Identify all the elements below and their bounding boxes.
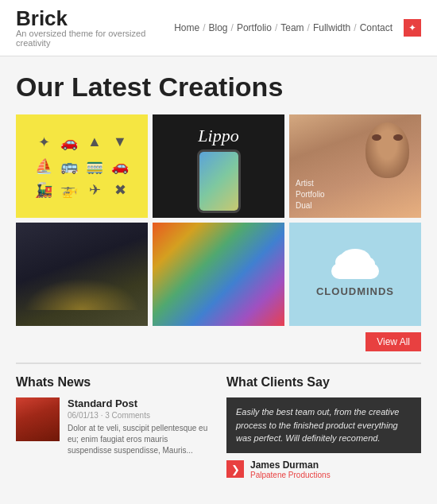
clients-section-title: What Clients Say [226, 375, 421, 390]
news-post-excerpt: Dolor at te veli, suscipit pellentesque … [68, 423, 211, 456]
figure-overlay: ArtistPortfolioDual [296, 178, 325, 211]
icon-helicopter: 🚁 [60, 181, 78, 199]
client-arrow-icon[interactable]: ❯ [226, 460, 244, 478]
whats-news-section: Whats News Standard Post 06/01/13 · 3 Co… [16, 375, 211, 479]
clients-say-section: What Clients Say Easily the best team ou… [226, 375, 421, 479]
brand-title: Brick [16, 8, 174, 29]
icon-train: 🚂 [35, 181, 52, 199]
view-all-button[interactable]: View All [365, 332, 421, 351]
nav-sep-4: / [307, 22, 310, 33]
main-content: Our Latest Creations ✦ 🚗 ▲ ▼ ⛵ 🚌 🚃 🚗 🚂 🚁… [0, 56, 437, 487]
brand-tagline: An oversized theme for oversized creativ… [16, 29, 174, 48]
figure-face [365, 122, 409, 178]
nav-sep-5: / [354, 22, 356, 33]
main-nav: Home / Blog / Portfolio / Team / Fullwid… [174, 19, 421, 37]
cloud-label: CLOUDMINDS [316, 285, 394, 297]
portfolio-item-icons[interactable]: ✦ 🚗 ▲ ▼ ⛵ 🚌 🚃 🚗 🚂 🚁 ✈ ✖ [16, 114, 148, 218]
portfolio-item-art[interactable] [153, 223, 284, 326]
nav-blog[interactable]: Blog [209, 22, 228, 33]
site-header: Brick An oversized theme for oversized c… [0, 0, 437, 56]
portfolio-item-scenic[interactable] [16, 223, 148, 326]
phone-screen [199, 152, 238, 211]
scenic-lights [24, 278, 140, 310]
icon-down-triangle: ▼ [111, 134, 129, 151]
portfolio-item-cloudminds[interactable]: CLOUDMINDS [289, 223, 421, 326]
phone-mockup [197, 149, 241, 213]
nav-team[interactable]: Team [280, 22, 304, 33]
icon-auto: 🚗 [111, 157, 129, 175]
icon-plane: ✈ [86, 181, 103, 199]
portfolio-grid: ✦ 🚗 ▲ ▼ ⛵ 🚌 🚃 🚗 🚂 🚁 ✈ ✖ Lippo [16, 114, 421, 326]
cloud-bump-right [359, 257, 375, 271]
portfolio-item-phone[interactable]: Lippo [153, 114, 284, 218]
cloud-icon [331, 251, 379, 279]
news-item: Standard Post 06/01/13 · 3 Comments Dolo… [16, 397, 211, 456]
client-quote: Easily the best team out, from the creat… [226, 397, 421, 453]
news-section-title: Whats News [16, 375, 211, 390]
portfolio-item-figure[interactable]: ArtistPortfolioDual [289, 114, 421, 218]
nav-fullwidth[interactable]: Fullwidth [313, 22, 350, 33]
bottom-section: Whats News Standard Post 06/01/13 · 3 Co… [16, 362, 421, 479]
icon-bus: 🚌 [60, 157, 78, 175]
icon-car: 🚗 [60, 134, 78, 151]
client-name: James Durman [250, 459, 331, 471]
news-content: Standard Post 06/01/13 · 3 Comments Dolo… [68, 397, 211, 456]
nav-home[interactable]: Home [174, 22, 199, 33]
nav-sep-3: / [275, 22, 277, 33]
lippo-logo: Lippo [198, 126, 238, 146]
brand: Brick An oversized theme for oversized c… [16, 8, 174, 48]
client-company: Palpatene Productions [250, 471, 331, 479]
nav-sep-1: / [203, 22, 205, 33]
view-all-row: View All [16, 332, 421, 351]
icon-close: ✖ [111, 181, 129, 199]
icon-asterisk: ✦ [35, 134, 52, 151]
icon-sailboat: ⛵ [35, 157, 52, 175]
nav-contact[interactable]: Contact [360, 22, 393, 33]
news-post-title[interactable]: Standard Post [68, 397, 211, 409]
phone-container: Lippo [197, 119, 241, 213]
client-info: ❯ James Durman Palpatene Productions [226, 459, 421, 479]
news-post-meta: 06/01/13 · 3 Comments [68, 411, 211, 420]
nav-portfolio[interactable]: Portfolio [237, 22, 272, 33]
icons-grid: ✦ 🚗 ▲ ▼ ⛵ 🚌 🚃 🚗 🚂 🚁 ✈ ✖ [27, 126, 137, 207]
cloud-bump-left [335, 254, 355, 271]
icon-triangle: ▲ [86, 134, 103, 151]
search-button[interactable]: ✦ [404, 19, 421, 37]
news-thumb-image [16, 397, 60, 441]
news-thumbnail[interactable] [16, 397, 60, 441]
client-details: James Durman Palpatene Productions [250, 459, 331, 479]
portfolio-section-title: Our Latest Creations [16, 72, 421, 102]
figure-overlay-text: ArtistPortfolioDual [296, 179, 325, 210]
icon-tram: 🚃 [86, 157, 103, 175]
nav-sep-2: / [231, 22, 234, 33]
